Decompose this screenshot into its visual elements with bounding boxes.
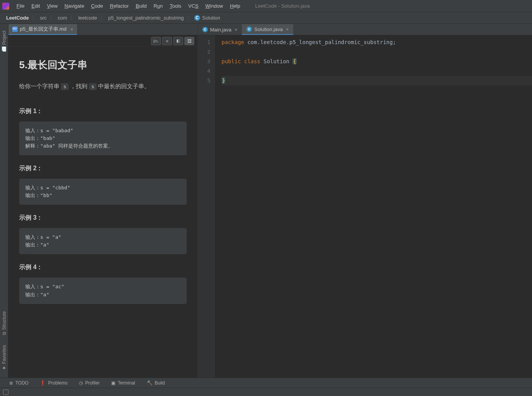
line-no: 1: [198, 38, 210, 47]
terminal-icon: ▣: [111, 380, 115, 386]
example-heading: 示例 4：: [19, 263, 187, 271]
app-logo-icon: [2, 3, 9, 10]
breadcrumb: LeetCode 〉 src 〉 com 〉 leetcode 〉 p5_lon…: [0, 12, 532, 24]
md-tab[interactable]: p5_最长回文子串.md ×: [8, 24, 77, 35]
markdown-panel: p5_最长回文子串.md × ⎚⇅ ≡ ◧ 🖼 5.最长回文子串 给你一个字符串…: [8, 24, 198, 378]
code-line: public class Solution {: [222, 57, 532, 66]
crumb-src[interactable]: src: [39, 15, 47, 21]
crumb-leetcode[interactable]: leetcode: [77, 15, 98, 21]
class-icon: C: [246, 26, 252, 32]
crumb-com[interactable]: com: [57, 15, 68, 21]
crumb-project[interactable]: LeetCode: [5, 15, 30, 21]
crumb-sep-icon: 〉: [30, 15, 39, 21]
example-block: 输入：s = "babad" 输出："bab" 解释："aba" 同样是符合题意…: [19, 122, 187, 155]
md-view-lines-icon[interactable]: ≡: [162, 37, 172, 45]
code-editor[interactable]: 1 2 3 4 5 package com.leetcode.p5_longes…: [198, 35, 532, 378]
crumb-sep-icon: 〉: [68, 15, 77, 21]
line-gutter: 1 2 3 4 5: [198, 35, 215, 378]
line-no: 4: [198, 66, 210, 76]
example-block: 输入：s = "ac" 输出："a": [19, 278, 187, 304]
menu-edit[interactable]: Edit: [28, 2, 43, 10]
class-icon: C: [194, 15, 200, 21]
crumb-sep-icon: 〉: [98, 15, 107, 21]
menu-window[interactable]: Window: [202, 2, 227, 10]
menu-vcs[interactable]: VCS: [185, 2, 202, 10]
menu-view[interactable]: View: [43, 2, 61, 10]
tool-profiler[interactable]: ◷Profiler: [74, 379, 105, 387]
code-line: }: [222, 76, 532, 85]
crumb-class[interactable]: Solution: [202, 15, 221, 21]
code-line: [222, 66, 532, 76]
code-tab-solution[interactable]: C Solution.java ×: [242, 24, 293, 35]
menu-navigate[interactable]: Navigate: [61, 2, 87, 10]
tool-problems[interactable]: ❗Problems: [34, 379, 73, 387]
tool-favorites[interactable]: ★Favorites: [1, 342, 8, 374]
menu-file[interactable]: File: [13, 2, 28, 10]
code-line: [222, 47, 532, 57]
menu-bar: File Edit View Navigate Code Refactor Bu…: [0, 0, 532, 12]
window-title: LeetCode - Solution.java: [255, 3, 310, 9]
menu-refactor[interactable]: Refactor: [107, 2, 132, 10]
crumb-sep-icon: 〉: [185, 15, 194, 21]
tool-todo[interactable]: ≣TODO: [4, 379, 34, 387]
code-tab-label: Main.java: [210, 27, 232, 33]
line-no: 5: [198, 76, 210, 85]
md-view-preview-icon[interactable]: 🖼: [184, 37, 194, 45]
crumb-sep-icon: 〉: [48, 15, 57, 21]
gauge-icon: ◷: [79, 380, 83, 386]
warning-icon: ❗: [40, 380, 46, 386]
bottom-tool-bar: ≣TODO ❗Problems ◷Profiler ▣Terminal 🔨Bui…: [0, 378, 532, 388]
code-tabbar: C Main.java × C Solution.java ×: [198, 24, 532, 35]
md-file-icon: [12, 26, 18, 32]
left-tool-rail: 📄Project ⧉Structure ★Favorites: [0, 24, 8, 378]
md-tabbar: p5_最长回文子串.md ×: [8, 24, 197, 35]
tool-terminal[interactable]: ▣Terminal: [106, 379, 140, 387]
code-line: package com.leetcode.p5_longest_palindro…: [222, 38, 532, 47]
status-bar: [0, 388, 532, 396]
hammer-icon: 🔨: [147, 380, 153, 386]
status-panel-icon[interactable]: [3, 389, 8, 395]
example-heading: 示例 3：: [19, 214, 187, 222]
example-block: 输入：s = "cbbd" 输出："bb": [19, 179, 187, 205]
md-tab-label: p5_最长回文子串.md: [20, 26, 66, 33]
code-panel: C Main.java × C Solution.java × 1 2 3 4 …: [198, 24, 532, 378]
code-tab-label: Solution.java: [254, 26, 282, 32]
close-icon[interactable]: ×: [70, 26, 73, 32]
example-block: 输入：s = "a" 输出："a": [19, 228, 187, 254]
crumb-package[interactable]: p5_longest_palindromic_substring: [107, 15, 184, 21]
close-icon[interactable]: ×: [286, 26, 289, 32]
menu-build[interactable]: Build: [132, 2, 150, 10]
tool-structure[interactable]: ⧉Structure: [1, 308, 8, 338]
example-heading: 示例 2：: [19, 164, 187, 173]
close-icon[interactable]: ×: [235, 27, 238, 33]
problem-title: 5.最长回文子串: [19, 58, 187, 72]
problem-desc: 给你一个字符串 s ，找到 s 中最长的回文子串。: [19, 81, 187, 92]
tool-project[interactable]: 📄Project: [1, 28, 8, 55]
tool-build[interactable]: 🔨Build: [141, 379, 171, 387]
code-tab-main[interactable]: C Main.java ×: [198, 24, 242, 35]
menu-code[interactable]: Code: [88, 2, 107, 10]
menu-help[interactable]: Help: [227, 2, 244, 10]
line-no: 2: [198, 47, 210, 57]
menu-tools[interactable]: Tools: [166, 2, 185, 10]
md-view-editor-icon[interactable]: ⎚⇅: [151, 37, 161, 45]
list-icon: ≣: [9, 380, 13, 386]
example-heading: 示例 1：: [19, 107, 187, 115]
menu-run[interactable]: Run: [150, 2, 166, 10]
line-no: 3: [198, 57, 210, 66]
code-body[interactable]: package com.leetcode.p5_longest_palindro…: [215, 35, 532, 378]
main-area: 📄Project ⧉Structure ★Favorites p5_最长回文子串…: [0, 24, 532, 378]
md-view-split-icon[interactable]: ◧: [173, 37, 183, 45]
class-icon: C: [202, 27, 208, 32]
md-preview[interactable]: 5.最长回文子串 给你一个字符串 s ，找到 s 中最长的回文子串。 示例 1：…: [8, 47, 197, 378]
md-toolbar: ⎚⇅ ≡ ◧ 🖼: [8, 35, 197, 47]
